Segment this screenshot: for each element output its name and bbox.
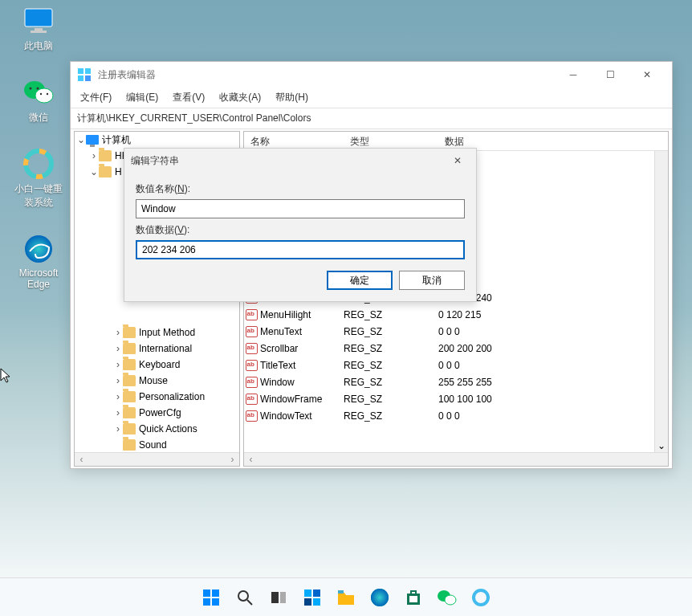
scrollbar-horizontal[interactable]: ‹› [75, 452, 239, 466]
chevron-down-icon[interactable]: ⌄ [76, 134, 86, 145]
table-row[interactable]: ScrollbarREG_SZ200 200 200 [244, 340, 668, 357]
cancel-button[interactable]: 取消 [399, 271, 465, 290]
start-button[interactable] [200, 586, 222, 609]
type-cell: REG_SZ [344, 326, 438, 337]
search-icon[interactable] [234, 586, 256, 609]
folder-icon [123, 327, 136, 338]
type-cell: REG_SZ [344, 377, 438, 388]
desktop-icon-xiaobai[interactable]: 小白一键重装系统 [10, 148, 67, 210]
edge-icon[interactable] [368, 586, 391, 609]
pc-icon [22, 5, 55, 37]
folder-icon [123, 423, 136, 434]
type-cell: REG_SZ [344, 360, 438, 371]
value-name-label: 数值名称(N): [136, 182, 465, 196]
folder-icon [123, 439, 136, 451]
svg-point-9 [26, 151, 51, 177]
table-row[interactable]: WindowTextREG_SZ0 0 0 [244, 407, 668, 424]
desktop-icon-edge[interactable]: Microsoft Edge [10, 233, 67, 290]
svg-rect-25 [313, 589, 320, 597]
svg-point-7 [40, 93, 42, 95]
chevron-right-icon[interactable]: › [113, 423, 123, 434]
tree-node[interactable]: Mouse [139, 375, 168, 386]
explorer-icon[interactable] [335, 586, 357, 609]
tree-node[interactable]: Input Method [139, 327, 195, 338]
svg-rect-23 [280, 592, 286, 603]
ok-button[interactable]: 确定 [327, 271, 393, 290]
tree-node[interactable]: International [139, 343, 192, 354]
taskview-icon[interactable] [267, 586, 290, 609]
tree-node[interactable]: Sound [139, 439, 167, 451]
folder-icon [123, 375, 136, 386]
table-row[interactable]: WindowFrameREG_SZ100 100 100 [244, 390, 668, 407]
svg-point-35 [474, 590, 488, 605]
string-value-icon [246, 326, 258, 337]
computer-icon [86, 135, 99, 145]
menu-view[interactable]: 查看(V) [166, 88, 211, 108]
menu-help[interactable]: 帮助(H) [269, 88, 315, 108]
dialog-close-button[interactable]: ✕ [446, 155, 470, 166]
svg-rect-28 [338, 590, 344, 594]
folder-icon [123, 407, 136, 418]
dialog-title: 编辑字符串 [131, 154, 446, 168]
svg-rect-22 [271, 592, 279, 603]
tree-root[interactable]: 计算机 [102, 133, 131, 147]
table-row[interactable]: TitleTextREG_SZ0 0 0 [244, 357, 668, 373]
table-row[interactable]: MenuHilightREG_SZ0 120 215 [244, 306, 668, 323]
scroll-right-icon[interactable]: › [226, 453, 239, 466]
chevron-right-icon[interactable]: › [113, 327, 123, 338]
menu-file[interactable]: 文件(F) [74, 88, 118, 108]
type-cell: REG_SZ [344, 309, 438, 320]
desktop-icon-pc[interactable]: 此电脑 [10, 5, 67, 53]
scrollbar-vertical[interactable]: ⌄ [654, 151, 668, 452]
svg-point-6 [37, 88, 39, 90]
taskbar[interactable] [0, 577, 692, 616]
maximize-button[interactable]: ☐ [592, 63, 629, 87]
name-cell: WindowFrame [258, 394, 344, 405]
svg-rect-2 [31, 31, 47, 33]
tree-node[interactable]: Personalization [139, 391, 205, 402]
chevron-right-icon[interactable]: › [113, 375, 123, 386]
svg-rect-26 [304, 598, 311, 606]
table-row[interactable]: MenuTextREG_SZ0 0 0 [244, 323, 668, 340]
desktop-icon-wechat[interactable]: 微信 [10, 76, 67, 124]
scroll-left-icon[interactable]: ‹ [75, 453, 88, 466]
wechat-icon[interactable] [436, 586, 458, 609]
table-row[interactable]: WindowREG_SZ255 255 255 [244, 373, 668, 390]
xiaobai-icon[interactable] [470, 586, 492, 609]
chevron-right-icon[interactable]: › [113, 391, 123, 402]
tree-node[interactable]: H [115, 166, 122, 177]
scrollbar-horizontal[interactable]: ‹ [244, 452, 668, 466]
value-name-input[interactable] [136, 199, 465, 218]
chevron-right-icon[interactable]: › [113, 343, 123, 354]
data-cell: 0 0 0 [438, 410, 668, 422]
svg-rect-12 [78, 68, 83, 74]
svg-rect-24 [304, 589, 311, 597]
scroll-left-icon[interactable]: ‹ [244, 453, 258, 466]
minimize-button[interactable]: ─ [555, 63, 592, 87]
dialog-titlebar[interactable]: 编辑字符串 ✕ [124, 149, 476, 173]
chevron-right-icon[interactable]: › [113, 407, 123, 418]
svg-rect-15 [85, 75, 91, 81]
chevron-right-icon[interactable]: › [113, 359, 123, 370]
svg-rect-32 [409, 596, 417, 602]
svg-rect-1 [35, 28, 43, 31]
tree-node[interactable]: PowerCfg [139, 407, 181, 418]
menu-edit[interactable]: 编辑(E) [120, 88, 165, 108]
svg-point-30 [371, 589, 389, 606]
close-button[interactable]: ✕ [629, 63, 666, 87]
titlebar[interactable]: 注册表编辑器 ─ ☐ ✕ [71, 62, 672, 88]
scroll-down-icon[interactable]: ⌄ [655, 439, 668, 452]
store-icon[interactable] [402, 586, 425, 609]
menu-favorites[interactable]: 收藏夹(A) [213, 88, 267, 108]
tree-node[interactable]: Keyboard [139, 359, 180, 370]
address-bar[interactable]: 计算机\HKEY_CURRENT_USER\Control Panel\Colo… [71, 108, 672, 129]
xiaobai-icon [22, 148, 55, 180]
edit-string-dialog: 编辑字符串 ✕ 数值名称(N): 数值数据(V): 确定 取消 [124, 148, 477, 302]
chevron-down-icon[interactable]: ⌄ [89, 166, 99, 177]
string-value-icon [246, 410, 258, 422]
value-data-input[interactable] [136, 240, 465, 259]
chevron-right-icon[interactable]: › [89, 150, 99, 161]
widgets-icon[interactable] [301, 586, 324, 609]
tree-node[interactable]: Quick Actions [139, 423, 197, 434]
svg-rect-27 [313, 598, 320, 606]
